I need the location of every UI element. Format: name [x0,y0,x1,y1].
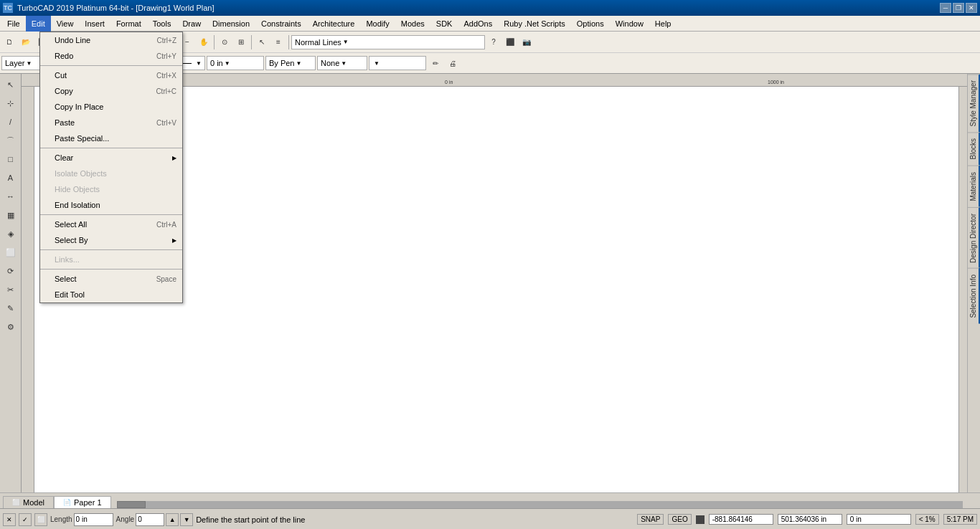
menu-addons[interactable]: AddOns [458,16,498,32]
menu-clear[interactable]: Clear ▶ [40,150,182,166]
edit-tool-label: Edit Tool [55,290,176,299]
scrollbar-vertical[interactable] [958,87,967,492]
panel-materials[interactable]: Materials [968,166,980,207]
tool-selector2[interactable]: ⊹ [2,95,19,112]
tool-settings[interactable]: ⚙ [2,318,19,335]
menu-modes[interactable]: Modes [395,16,430,32]
menu-draw[interactable]: Draw [176,16,207,32]
line-width-dropdown[interactable]: 0 in ▼ [207,56,264,70]
tool-draw2[interactable]: ✎ [2,300,19,317]
length-input[interactable] [74,513,113,526]
menu-end-isolation[interactable]: End Isolation [40,197,182,213]
menu-links[interactable]: Links... [40,252,182,267]
restore-button[interactable]: ❐ [953,3,964,13]
menu-select-all[interactable]: Select All Ctrl+A [40,216,182,232]
cancel-btn[interactable]: ✕ [3,513,16,526]
line-width-arrow: ▼ [225,60,230,67]
menu-select-by[interactable]: Select By ▶ [40,232,182,248]
tool-dimension[interactable]: ↔ [2,188,19,205]
menu-undo-line[interactable]: Undo Line Ctrl+Z [40,32,182,48]
menu-bar: File Edit View Insert Format Tools Draw … [0,16,980,32]
tool-transform[interactable]: ⟳ [2,262,19,280]
menu-isolate-objects[interactable]: Isolate Objects [40,166,182,181]
tab-paper1[interactable]: 📄 Paper 1 [54,496,111,508]
sep3 [40,214,182,215]
menu-insert[interactable]: Insert [79,16,110,32]
layer-label: Layer [5,59,25,67]
menu-edit-tool[interactable]: Edit Tool [40,287,182,302]
properties-button[interactable]: ≡ [270,34,286,50]
panel-style-manager[interactable]: Style Manager [968,74,980,132]
close-button[interactable]: ✕ [966,3,977,13]
tool-3d[interactable]: ⬜ [2,244,19,261]
menu-dimension[interactable]: Dimension [207,16,255,32]
menu-window[interactable]: Window [610,16,649,32]
tool-select[interactable]: ↖ [2,76,19,93]
new-button[interactable]: 🗋 [1,34,17,50]
camera-button[interactable]: 📷 [519,34,534,50]
tool-text[interactable]: A [2,169,19,186]
menu-copy-in-place[interactable]: Copy In Place [40,99,182,115]
help-button[interactable]: ? [486,34,501,50]
menu-architecture[interactable]: Architecture [307,16,361,32]
panel-blocks[interactable]: Blocks [968,132,980,165]
angle-input[interactable] [136,513,164,526]
minimize-button[interactable]: ─ [940,3,951,13]
menu-ruby[interactable]: Ruby .Net Scripts [498,16,571,32]
normal-lines-arrow: ▼ [343,39,349,45]
snap-badge[interactable]: SNAP [637,514,664,525]
menu-view[interactable]: View [51,16,80,32]
title-text: TurboCAD 2019 Platinum 64-bit - [Drawing… [17,4,215,12]
tool-modify[interactable]: ✂ [2,281,19,298]
menu-tools[interactable]: Tools [147,16,177,32]
menu-modify[interactable]: Modify [360,16,395,32]
tab-model[interactable]: ⬜ Model [3,496,54,508]
menu-redo[interactable]: Redo Ctrl+Y [40,48,182,64]
none-dropdown[interactable]: None ▼ [317,56,367,70]
geo-badge[interactable]: GEO [668,514,691,525]
tool-arc[interactable]: ⌒ [2,132,19,149]
angle-up-btn[interactable]: ▲ [166,513,179,526]
tool-hatch[interactable]: ▦ [2,206,19,224]
menu-paste[interactable]: Paste Ctrl+V [40,115,182,130]
menu-help[interactable]: Help [649,16,677,32]
view3d-button[interactable]: ⬛ [502,34,518,50]
end-isolation-label: End Isolation [55,201,176,209]
grid-button[interactable]: ⊞ [233,34,249,50]
normal-lines-dropdown[interactable]: Normal Lines ▼ [291,35,485,49]
panel-design-director[interactable]: Design Director [968,207,980,269]
horizontal-scrollbar[interactable] [117,501,963,508]
menu-edit[interactable]: Edit [26,16,51,32]
layer-toggle[interactable]: ⬜ [34,513,47,526]
tool-rectangle[interactable]: □ [2,151,19,168]
menu-format[interactable]: Format [110,16,147,32]
scroll-thumb-h[interactable] [117,501,146,508]
line-width-label: 0 in [210,59,223,67]
by-pen-dropdown[interactable]: By Pen ▼ [265,56,316,70]
menu-constraints[interactable]: Constraints [255,16,307,32]
tool-render[interactable]: ◈ [2,225,19,242]
zoom-badge[interactable]: < 1% [915,514,939,525]
menu-paste-special[interactable]: Paste Special... [40,130,182,146]
length-label-text: Length [50,515,72,523]
menu-sdk[interactable]: SDK [430,16,458,32]
x-value: -881.864146 [712,515,753,523]
pan-button[interactable]: ✋ [196,34,212,50]
menu-select[interactable]: Select Space [40,271,182,287]
menu-hide-objects[interactable]: Hide Objects [40,181,182,197]
angle-down-btn[interactable]: ▼ [180,513,193,526]
snap-button[interactable]: ⊙ [217,34,232,50]
ok-btn[interactable]: ✓ [19,513,32,526]
menu-cut[interactable]: Cut Ctrl+X [40,67,182,83]
select-button[interactable]: ↖ [254,34,270,50]
toolbar-sep4 [214,35,215,49]
menu-file[interactable]: File [1,16,26,32]
empty-dropdown[interactable]: ▼ [369,56,426,70]
print2-button[interactable]: 🖨 [445,55,461,71]
menu-options[interactable]: Options [571,16,610,32]
tool-line[interactable]: / [2,113,19,130]
panel-selection-info[interactable]: Selection Info [968,268,980,324]
menu-copy[interactable]: Copy Ctrl+C [40,83,182,99]
open-button[interactable]: 📂 [18,34,34,50]
pen-button[interactable]: ✏ [428,55,443,71]
